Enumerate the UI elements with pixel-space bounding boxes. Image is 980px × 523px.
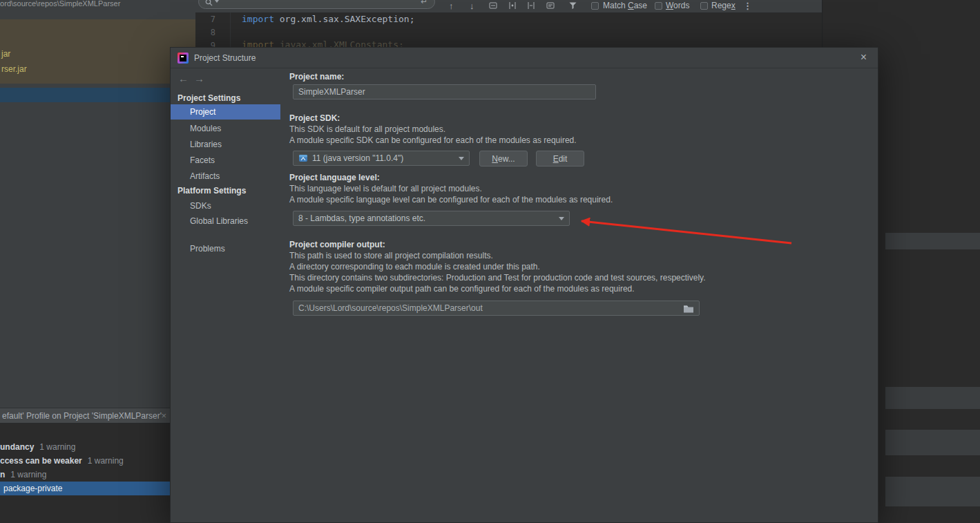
compiler-output-label: Project compiler output: xyxy=(289,240,385,249)
find-toolbar: ↵ ↑ ↓ Match Case Words xyxy=(195,0,822,13)
tree-selected-row[interactable] xyxy=(0,88,195,102)
sidebar-item-facets[interactable]: Facets xyxy=(190,155,215,165)
regex-checkbox[interactable] xyxy=(700,2,708,10)
edit-sdk-button[interactable]: Edit xyxy=(536,151,584,167)
words-label[interactable]: Words xyxy=(666,1,689,10)
language-level-combobox[interactable]: 8 - Lambdas, type annotations etc. xyxy=(293,211,570,226)
more-options-icon[interactable]: ⋮ xyxy=(743,1,752,12)
inspection-row[interactable]: undancy1 warning xyxy=(0,442,75,452)
words-checkbox[interactable] xyxy=(655,2,662,10)
compiler-output-description: A module specific compiler output path c… xyxy=(289,284,635,294)
project-structure-dialog: Project Structure × ← → Project Settings… xyxy=(170,47,878,523)
sidebar-header-platform-settings: Platform Settings xyxy=(177,186,246,196)
inspection-results: undancy1 warning ccess can be weaker1 wa… xyxy=(0,424,170,523)
compiler-output-description: A directory corresponding to each module… xyxy=(289,262,540,272)
line-number: 8 xyxy=(199,28,215,37)
new-sdk-button[interactable]: New... xyxy=(479,151,528,167)
ide-screen: Lord\source\repos\SimpleXMLParser jar rs… xyxy=(0,0,980,523)
inspection-row[interactable]: n1 warning xyxy=(0,470,46,479)
language-level-description: This language level is default for all p… xyxy=(289,184,482,193)
filter-icon[interactable] xyxy=(568,1,577,10)
inspection-tab-label: efault' Profile on Project 'SimpleXMLPar… xyxy=(2,411,162,421)
show-filter-popup-icon[interactable] xyxy=(546,1,555,10)
combo-arrow-icon xyxy=(459,157,464,160)
navigate-up-icon[interactable]: ↑ xyxy=(449,1,454,12)
project-sdk-combobox[interactable]: 11 (java version "11.0.4") xyxy=(293,151,470,166)
background-row xyxy=(885,233,980,249)
navigate-down-icon[interactable]: ↓ xyxy=(470,1,474,12)
language-level-label: Project language level: xyxy=(289,173,380,182)
dialog-title: Project Structure xyxy=(194,53,256,63)
project-name-input[interactable]: SimpleXMLParser xyxy=(293,84,596,99)
match-case-label[interactable]: Match Case xyxy=(603,1,647,10)
compiler-output-description: This directory contains two subdirectori… xyxy=(289,273,706,283)
sidebar-item-artifacts[interactable]: Artifacts xyxy=(190,171,220,181)
sidebar-item-libraries[interactable]: Libraries xyxy=(190,140,222,149)
sdk-icon xyxy=(298,153,308,163)
background-row xyxy=(885,430,980,455)
window-title: Lord\source\repos\SimpleXMLParser xyxy=(0,0,120,8)
dialog-title-bar[interactable]: Project Structure × xyxy=(171,48,878,68)
tree-item-jar[interactable]: rser.jar xyxy=(1,64,27,74)
close-icon[interactable]: × xyxy=(861,52,867,63)
code-line[interactable]: import org.xml.sax.SAXException; xyxy=(242,14,414,24)
forward-icon[interactable]: → xyxy=(194,73,204,84)
inspection-row-selected[interactable]: package-private xyxy=(0,482,170,495)
sdk-description: This SDK is default for all project modu… xyxy=(289,124,445,134)
project-sdk-label: Project SDK: xyxy=(289,113,340,123)
select-all-occurrences-icon[interactable] xyxy=(526,1,536,10)
background-row xyxy=(885,477,980,506)
tab-close-icon[interactable]: × xyxy=(161,410,166,421)
background-row xyxy=(885,387,980,409)
in-selection-icon[interactable] xyxy=(489,1,497,10)
match-case-checkbox[interactable] xyxy=(591,2,599,10)
intellij-logo-icon xyxy=(177,53,189,64)
sdk-description: A module specific SDK can be configured … xyxy=(289,135,577,145)
tree-item-jar[interactable]: jar xyxy=(1,49,10,59)
inspection-tab[interactable]: efault' Profile on Project 'SimpleXMLPar… xyxy=(0,408,170,424)
sidebar-item-global-libraries[interactable]: Global Libraries xyxy=(190,216,248,226)
compiler-output-path-input[interactable]: C:\Users\Lord\source\repos\SimpleXMLPars… xyxy=(293,301,700,316)
language-level-description: A module specific language level can be … xyxy=(289,195,613,205)
back-icon[interactable]: ← xyxy=(178,73,189,84)
inspection-row[interactable]: ccess can be weaker1 warning xyxy=(0,456,124,466)
sidebar-item-sdks[interactable]: SDKs xyxy=(190,201,211,211)
select-occurrence-icon[interactable] xyxy=(508,1,517,10)
search-input[interactable]: ↵ xyxy=(198,0,435,9)
search-history-chevron-icon[interactable] xyxy=(215,0,219,3)
project-name-label: Project name: xyxy=(289,72,344,82)
sidebar-header-project-settings: Project Settings xyxy=(177,93,240,103)
combo-arrow-icon xyxy=(559,217,564,220)
search-icon xyxy=(205,0,213,6)
line-number: 7 xyxy=(199,15,215,24)
folder-icon[interactable] xyxy=(683,304,694,313)
sidebar-item-problems[interactable]: Problems xyxy=(190,244,225,254)
sidebar-item-project[interactable]: Project xyxy=(171,104,280,120)
regex-label[interactable]: Regex xyxy=(711,1,736,10)
sidebar-item-modules[interactable]: Modules xyxy=(190,124,221,133)
enter-icon[interactable]: ↵ xyxy=(421,0,427,6)
library-highlight-block: jar rser.jar xyxy=(0,19,195,84)
compiler-output-description: This path is used to store all project c… xyxy=(289,251,493,260)
